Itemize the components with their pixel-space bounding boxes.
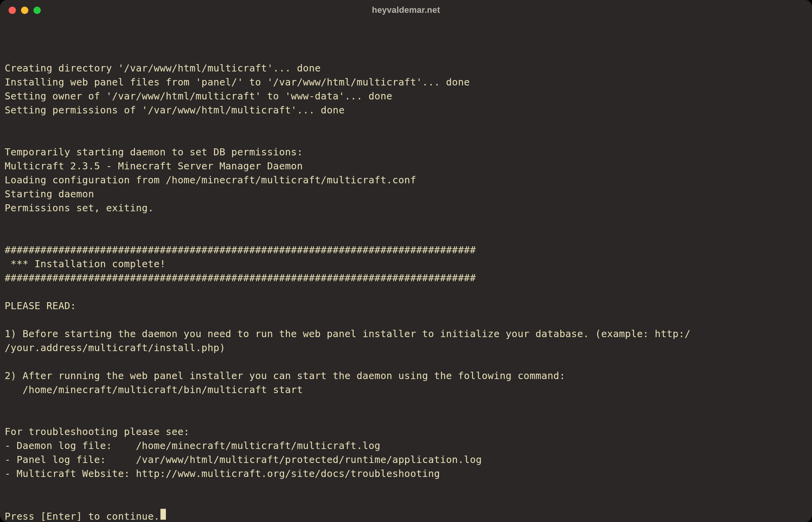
cursor-icon [160,509,166,520]
terminal-window: heyvaldemar.net Creating directory '/var… [0,0,812,522]
zoom-icon[interactable] [33,7,41,14]
terminal-prompt-text: Press [Enter] to continue. [5,510,160,522]
titlebar: heyvaldemar.net [0,0,812,20]
terminal-prompt-line: Press [Enter] to continue. [5,509,166,522]
terminal-viewport[interactable]: Creating directory '/var/www/html/multic… [0,20,812,522]
close-icon[interactable] [9,7,16,14]
window-title: heyvaldemar.net [372,5,440,15]
traffic-lights [9,7,41,14]
minimize-icon[interactable] [21,7,28,14]
terminal-output: Creating directory '/var/www/html/multic… [5,63,690,479]
